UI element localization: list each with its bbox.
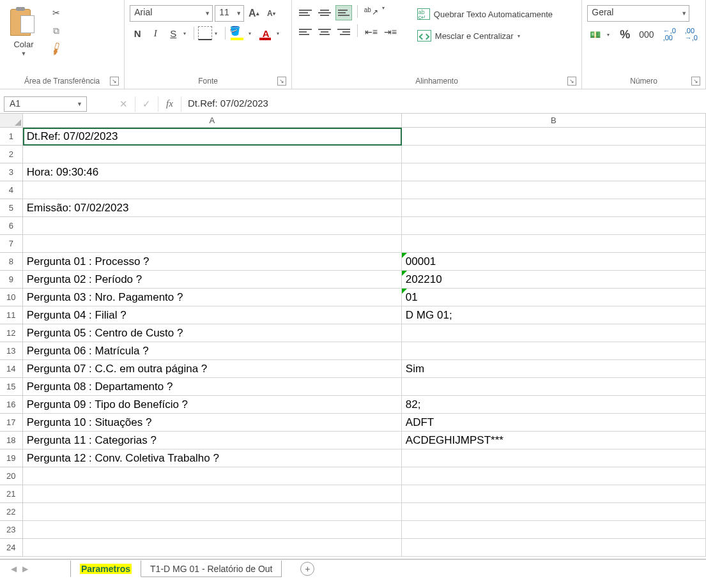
row-header[interactable]: 17 xyxy=(0,414,23,432)
sheet-tab-parametros[interactable]: Parametros xyxy=(70,561,141,577)
accept-formula-button[interactable]: ✓ xyxy=(135,96,158,112)
cell[interactable] xyxy=(402,235,706,253)
row-header[interactable]: 13 xyxy=(0,342,23,360)
cell[interactable]: 01 xyxy=(402,289,706,306)
align-right-button[interactable] xyxy=(335,24,352,40)
cell[interactable]: D MG 01; xyxy=(402,306,706,324)
alignment-dialog-launcher[interactable] xyxy=(567,77,576,86)
orientation-button[interactable]: ab↗ xyxy=(363,5,380,20)
cell[interactable] xyxy=(402,324,706,342)
cell[interactable]: 82; xyxy=(402,396,706,414)
cell[interactable]: Sim xyxy=(402,360,706,378)
cell[interactable] xyxy=(402,217,706,235)
cell[interactable] xyxy=(402,128,706,146)
align-top-button[interactable] xyxy=(297,5,314,20)
row-header[interactable]: 16 xyxy=(0,396,23,414)
cell[interactable] xyxy=(23,539,402,557)
comma-style-button[interactable]: 000 xyxy=(636,27,656,42)
cell[interactable]: Pergunta 01 : Processo ? xyxy=(23,253,402,271)
cell[interactable]: Pergunta 08 : Departamento ? xyxy=(23,378,402,396)
cell[interactable] xyxy=(402,378,706,396)
font-color-dropdown[interactable]: ▾ xyxy=(277,31,283,36)
cut-button[interactable]: ✂ xyxy=(49,5,64,20)
decrease-font-button[interactable]: A▾ xyxy=(263,5,279,22)
increase-font-button[interactable]: A▴ xyxy=(246,5,261,22)
cell[interactable] xyxy=(23,485,402,503)
row-header[interactable]: 8 xyxy=(0,253,23,271)
sheet-nav-prev[interactable]: ◀ xyxy=(8,562,19,575)
row-header[interactable]: 11 xyxy=(0,306,23,324)
row-header[interactable]: 3 xyxy=(0,163,23,181)
orientation-dropdown[interactable]: ▾ xyxy=(382,5,388,20)
insert-function-button[interactable]: fx xyxy=(158,96,181,112)
increase-indent-button[interactable]: ⇥≡ xyxy=(382,24,399,40)
select-all-corner[interactable] xyxy=(0,114,23,128)
cell[interactable] xyxy=(402,449,706,467)
cell[interactable]: Pergunta 06 : Matrícula ? xyxy=(23,342,402,360)
formula-input[interactable]: Dt.Ref: 07/02/2023 xyxy=(181,96,706,112)
number-format-select[interactable]: Geral▼ xyxy=(587,5,689,22)
row-header[interactable]: 18 xyxy=(0,432,23,449)
paste-button[interactable]: Colar ▼ xyxy=(5,5,42,58)
cell[interactable] xyxy=(402,503,706,521)
cell[interactable]: ADFT xyxy=(402,414,706,432)
underline-dropdown[interactable]: ▾ xyxy=(183,31,190,36)
row-header[interactable]: 6 xyxy=(0,217,23,235)
cell[interactable] xyxy=(23,146,402,163)
underline-button[interactable]: S xyxy=(165,26,181,41)
row-header[interactable]: 7 xyxy=(0,235,23,253)
row-header[interactable]: 12 xyxy=(0,324,23,342)
cell[interactable]: Dt.Ref: 07/02/2023 xyxy=(23,128,402,146)
italic-button[interactable]: I xyxy=(148,26,163,41)
border-button[interactable] xyxy=(198,26,212,40)
font-dialog-launcher[interactable] xyxy=(277,77,286,86)
cell[interactable] xyxy=(402,539,706,557)
font-name-select[interactable]: Arial▼ xyxy=(130,5,213,22)
cell[interactable] xyxy=(402,163,706,181)
sheet-nav-next[interactable]: ▶ xyxy=(19,562,31,575)
border-dropdown[interactable]: ▾ xyxy=(215,31,221,36)
number-dialog-launcher[interactable] xyxy=(691,77,700,86)
cell[interactable]: Pergunta 11 : Categorias ? xyxy=(23,432,402,449)
cell[interactable] xyxy=(402,485,706,503)
cell[interactable]: 202210 xyxy=(402,271,706,289)
row-header[interactable]: 1 xyxy=(0,128,23,146)
cell[interactable] xyxy=(23,181,402,199)
cancel-formula-button[interactable]: ✕ xyxy=(112,96,135,112)
align-center-button[interactable] xyxy=(316,24,333,40)
cell[interactable] xyxy=(402,146,706,163)
cell[interactable]: Pergunta 10 : Situações ? xyxy=(23,414,402,432)
row-header[interactable]: 19 xyxy=(0,449,23,467)
cell[interactable]: Pergunta 07 : C.C. em outra página ? xyxy=(23,360,402,378)
cell[interactable]: ACDEGHIJMPST*** xyxy=(402,432,706,449)
row-header[interactable]: 23 xyxy=(0,521,23,539)
accounting-format-button[interactable]: 💵 xyxy=(587,27,603,42)
row-header[interactable]: 2 xyxy=(0,146,23,163)
row-header[interactable]: 15 xyxy=(0,378,23,396)
accounting-dropdown[interactable]: ▾ xyxy=(607,32,613,38)
decrease-indent-button[interactable]: ⇤≡ xyxy=(363,24,380,40)
row-header[interactable]: 4 xyxy=(0,181,23,199)
row-header[interactable]: 9 xyxy=(0,271,23,289)
merge-dropdown[interactable]: ▾ xyxy=(518,33,524,39)
clipboard-dialog-launcher[interactable] xyxy=(110,77,119,86)
cell[interactable]: Emissão: 07/02/2023 xyxy=(23,199,402,217)
name-box[interactable]: A1▼ xyxy=(4,96,87,112)
font-size-select[interactable]: 11▼ xyxy=(215,5,244,22)
cell[interactable] xyxy=(402,199,706,217)
merge-center-button[interactable]: Mesclar e Centralizar ▾ xyxy=(415,27,576,45)
decrease-decimal-button[interactable]: ←,0,00 xyxy=(661,27,679,42)
fill-color-dropdown[interactable]: ▾ xyxy=(249,31,255,36)
percent-button[interactable]: % xyxy=(617,27,633,42)
column-header-B[interactable]: B xyxy=(402,114,706,128)
cell[interactable] xyxy=(402,521,706,539)
add-sheet-button[interactable]: + xyxy=(300,562,314,576)
font-color-button[interactable]: A xyxy=(257,26,274,41)
wrap-text-button[interactable]: abc↵ Quebrar Texto Automaticamente xyxy=(415,5,576,23)
cell[interactable] xyxy=(23,521,402,539)
cell[interactable]: Pergunta 03 : Nro. Pagamento ? xyxy=(23,289,402,306)
cell[interactable] xyxy=(402,467,706,485)
copy-button[interactable]: ⧉ xyxy=(49,23,64,38)
row-header[interactable]: 10 xyxy=(0,289,23,306)
cell[interactable]: Pergunta 05 : Centro de Custo ? xyxy=(23,324,402,342)
